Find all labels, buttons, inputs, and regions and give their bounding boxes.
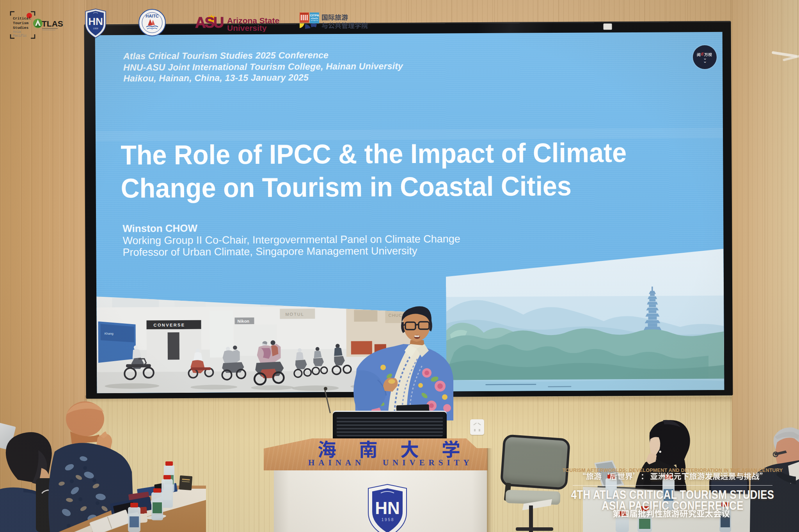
svg-text:HN: HN xyxy=(375,498,400,518)
svg-text:Khang: Khang xyxy=(105,332,114,335)
svg-text:MOTUL: MOTUL xyxy=(285,312,304,316)
svg-text:Critical: Critical xyxy=(13,16,31,21)
svg-text:Studies: Studies xyxy=(13,26,28,30)
svg-text:HAITC: HAITC xyxy=(146,14,159,18)
svg-text:Nikon: Nikon xyxy=(237,319,249,323)
svg-text:1958: 1958 xyxy=(93,27,98,30)
svg-text:CONVERSE: CONVERSE xyxy=(154,323,185,327)
svg-text:HN: HN xyxy=(88,16,103,27)
svg-text:University: University xyxy=(227,23,267,32)
svg-text:CITPA: CITPA xyxy=(310,14,319,17)
svg-text:1 9 5 8: 1 9 5 8 xyxy=(382,518,394,522)
svg-text:Pacific: Pacific xyxy=(13,34,27,38)
svg-text:Tourism: Tourism xyxy=(13,21,28,25)
svg-text:Asia: Asia xyxy=(13,30,21,34)
svg-text:TLAS: TLAS xyxy=(42,19,63,28)
svg-text:ASU: ASU xyxy=(195,15,224,31)
